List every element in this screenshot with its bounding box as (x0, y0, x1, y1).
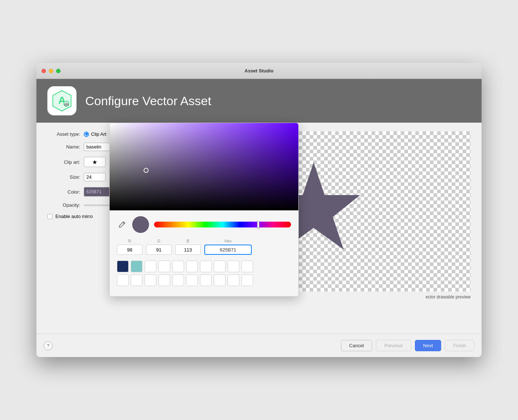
cancel-button[interactable]: Cancel (341, 340, 372, 351)
swatch-10[interactable] (242, 261, 253, 272)
swatch-4[interactable] (158, 261, 170, 272)
swatches-row-2 (117, 274, 291, 286)
hue-slider-thumb[interactable] (257, 221, 259, 228)
swatch-18[interactable] (214, 274, 225, 286)
b-input[interactable] (175, 245, 201, 255)
clip-art-radio[interactable] (84, 132, 89, 137)
swatch-11[interactable] (117, 274, 129, 286)
asset-type-label: Asset type: (47, 131, 80, 137)
swatch-6[interactable] (186, 261, 198, 272)
opacity-label: Opacity: (47, 202, 80, 208)
swatch-14[interactable] (158, 274, 170, 286)
clip-art-radio-label: Clip Art (91, 131, 106, 137)
swatch-20[interactable] (242, 274, 253, 286)
color-label: Color: (47, 189, 80, 195)
r-input[interactable] (117, 245, 142, 255)
close-button[interactable] (42, 69, 46, 73)
dialog-title: Configure Vector Asset (85, 94, 211, 108)
swatch-12[interactable] (131, 274, 142, 286)
hex-label: Hex (224, 239, 232, 243)
b-label: B (187, 239, 189, 243)
previous-button[interactable]: Previous (376, 340, 411, 351)
color-picker-panel: R G B Hex (109, 123, 299, 297)
hex-input[interactable] (204, 245, 252, 255)
g-input[interactable] (146, 245, 172, 255)
clip-art-label: Clip art: (47, 159, 80, 165)
color-value-text: 625B71 (86, 189, 101, 194)
r-label: R (128, 239, 131, 243)
size-input[interactable] (84, 173, 106, 181)
app-icon-container: A 🤖 (47, 86, 76, 115)
clip-art-icon: ★ (92, 159, 97, 166)
svg-text:🤖: 🤖 (64, 102, 69, 106)
swatch-1[interactable] (117, 261, 129, 272)
swatch-3[interactable] (145, 261, 156, 272)
help-button[interactable]: ? (44, 341, 52, 350)
swatches-container (110, 258, 298, 289)
swatch-17[interactable] (200, 274, 212, 286)
window-title: Asset Studio (244, 68, 273, 74)
dialog-header: A 🤖 Configure Vector Asset (36, 79, 482, 123)
clip-art-button[interactable]: ★ (84, 157, 106, 167)
gradient-picker-handle[interactable] (144, 168, 149, 173)
swatch-15[interactable] (172, 274, 184, 286)
color-swatch-button[interactable]: 625B71 (84, 187, 113, 197)
dialog-footer: ? Cancel Previous Next Finish (36, 334, 482, 357)
svg-line-6 (123, 222, 124, 224)
name-label: Name: (47, 144, 80, 150)
swatch-2[interactable] (131, 261, 142, 272)
help-icon: ? (47, 343, 49, 348)
swatch-8[interactable] (214, 261, 225, 272)
b-field: B (175, 239, 201, 255)
current-color-preview (132, 216, 149, 233)
g-field: G (146, 239, 172, 255)
finish-button[interactable]: Finish (445, 340, 474, 351)
auto-mirror-checkbox[interactable] (47, 214, 52, 219)
eyedropper-button[interactable] (117, 219, 127, 230)
minimize-button[interactable] (49, 69, 53, 73)
swatches-row-1 (117, 261, 291, 272)
android-studio-icon: A 🤖 (51, 90, 73, 112)
footer-left: ? (44, 341, 52, 350)
asset-type-control[interactable]: Clip Art (84, 131, 106, 137)
maximize-button[interactable] (56, 69, 60, 73)
swatch-16[interactable] (186, 274, 198, 286)
main-content: Asset type: Clip Art Name: Clip art: ★ (36, 123, 482, 334)
size-label: Size: (47, 174, 80, 180)
swatch-5[interactable] (172, 261, 184, 272)
preview-label-text: ector drawable preview (426, 294, 471, 300)
hue-slider[interactable] (154, 222, 291, 227)
color-gradient-area[interactable] (110, 123, 298, 210)
picker-controls-row (110, 210, 298, 236)
r-field: R (117, 239, 142, 255)
next-button[interactable]: Next (415, 340, 442, 351)
g-label: G (157, 239, 161, 243)
title-bar: Asset Studio (36, 63, 482, 79)
swatch-7[interactable] (200, 261, 212, 272)
swatch-13[interactable] (145, 274, 156, 286)
rgb-hex-row: R G B Hex (110, 236, 298, 258)
swatch-19[interactable] (228, 274, 239, 286)
auto-mirror-label: Enable auto mirro (55, 214, 93, 219)
hex-field: Hex (204, 239, 252, 255)
eyedropper-icon (118, 221, 126, 228)
main-window: Asset Studio A 🤖 Configure Vector Asset … (36, 63, 482, 357)
swatch-9[interactable] (228, 261, 239, 272)
window-controls (42, 69, 60, 73)
